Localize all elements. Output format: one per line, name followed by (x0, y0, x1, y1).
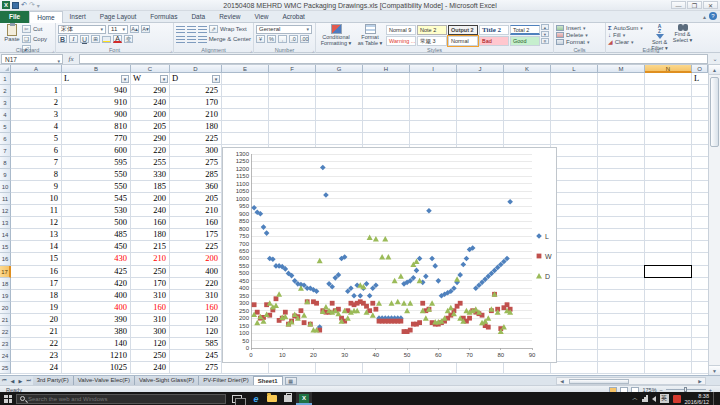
sheet-tab-sheet1[interactable]: Sheet1 (254, 376, 283, 386)
style-gallery-item[interactable]: Warning ... (386, 36, 416, 46)
align-bottom-icon[interactable] (198, 26, 207, 33)
cell-D10[interactable]: 360 (170, 181, 222, 193)
show-desktop-button[interactable] (713, 392, 716, 405)
sheet-tab-valve-valve-elec-f-[interactable]: Valve-Valve Elec(F) (74, 376, 135, 386)
cell-C13[interactable]: 160 (131, 217, 170, 229)
cell-B19[interactable]: 400 (62, 290, 131, 302)
cell-C12[interactable]: 240 (131, 205, 170, 217)
cell-D24[interactable]: 245 (170, 350, 222, 362)
cell-O19[interactable] (692, 290, 708, 302)
cell-D18[interactable]: 220 (170, 278, 222, 290)
task-view-icon[interactable] (232, 395, 242, 403)
accounting-format-icon[interactable]: ¥ (256, 35, 265, 43)
scroll-up-icon[interactable]: ▲ (709, 65, 720, 75)
cell-A10[interactable]: 9 (11, 181, 62, 193)
row-header-12[interactable]: 12 (0, 205, 11, 217)
cell-B23[interactable]: 140 (62, 338, 131, 350)
empty-cells[interactable] (222, 121, 692, 133)
empty-cells[interactable] (222, 133, 692, 145)
cell-B15[interactable]: 450 (62, 241, 131, 253)
cell-B18[interactable]: 420 (62, 278, 131, 290)
cell-B24[interactable]: 1210 (62, 350, 131, 362)
cell-B14[interactable]: 485 (62, 229, 131, 241)
row-header-9[interactable]: 9 (0, 169, 11, 181)
cell-C1[interactable]: W▾ (131, 73, 170, 85)
italic-button[interactable]: I (69, 35, 78, 43)
style-gallery-item[interactable]: 常规 3 (417, 36, 447, 46)
font-size-select[interactable]: 11▾ (108, 25, 128, 34)
ribbon-tab-file[interactable]: File (0, 11, 29, 23)
row-header-22[interactable]: 22 (0, 326, 11, 338)
cell-B16[interactable]: 430 (62, 253, 131, 265)
filter-dropdown-icon[interactable]: ▾ (160, 75, 168, 83)
cell-A12[interactable]: 11 (11, 205, 62, 217)
ribbon-tab-home[interactable]: Home (29, 11, 62, 23)
sheet-tab-valve-sight-glass-p-[interactable]: Valve-Sight Glass(P) (135, 376, 199, 386)
taskbar-search[interactable] (16, 394, 226, 404)
cell-D7[interactable]: 300 (170, 145, 222, 157)
cell-D4[interactable]: 210 (170, 109, 222, 121)
cell-C11[interactable]: 200 (131, 193, 170, 205)
cell-D13[interactable]: 160 (170, 217, 222, 229)
cell-A19[interactable]: 18 (11, 290, 62, 302)
cell-C18[interactable]: 170 (131, 278, 170, 290)
format-as-table-button[interactable]: Formatas Table ▾ (354, 24, 386, 46)
cell-C17[interactable]: 250 (131, 266, 170, 278)
row-header-2[interactable]: 2 (0, 85, 11, 97)
column-header-C[interactable]: C (131, 65, 170, 73)
empty-cells[interactable] (222, 362, 692, 374)
cell-O14[interactable] (692, 229, 708, 241)
horizontal-scrollbar[interactable]: ◀ ▶ (556, 377, 706, 385)
cell-A6[interactable]: 5 (11, 133, 62, 145)
cell-C6[interactable]: 290 (131, 133, 170, 145)
last-sheet-icon[interactable]: ⏭ (24, 377, 33, 384)
cell-A25[interactable]: 24 (11, 362, 62, 374)
next-sheet-icon[interactable]: ▶ (16, 378, 24, 384)
cell-D6[interactable]: 225 (170, 133, 222, 145)
cell-O10[interactable] (692, 181, 708, 193)
cell-A7[interactable]: 6 (11, 145, 62, 157)
fill-color-icon[interactable] (102, 36, 111, 43)
cell-B7[interactable]: 600 (62, 145, 131, 157)
orientation-icon[interactable]: ⇗ (209, 25, 218, 33)
row-header-8[interactable]: 8 (0, 157, 11, 169)
cell-O13[interactable] (692, 217, 708, 229)
cell-A2[interactable]: 1 (11, 85, 62, 97)
column-header-G[interactable]: G (316, 65, 363, 73)
cell-D2[interactable]: 225 (170, 85, 222, 97)
cell-O12[interactable] (692, 205, 708, 217)
row-header-3[interactable]: 3 (0, 97, 11, 109)
cell-O18[interactable] (692, 278, 708, 290)
ribbon-tab-review[interactable]: Review (212, 11, 247, 23)
cell-B1[interactable]: L▾ (62, 73, 131, 85)
legend-item-L[interactable]: L (536, 233, 549, 240)
align-left-icon[interactable] (176, 36, 185, 43)
align-top-icon[interactable] (176, 26, 185, 33)
insert-worksheet-icon[interactable]: ▦ (285, 377, 297, 385)
cell-D22[interactable]: 120 (170, 326, 222, 338)
number-format-select[interactable]: General▾ (256, 25, 312, 34)
cell-O24[interactable] (692, 350, 708, 362)
cell-A24[interactable]: 23 (11, 350, 62, 362)
column-header-H[interactable]: H (363, 65, 410, 73)
ribbon-tab-formulas[interactable]: Formulas (143, 11, 184, 23)
ribbon-tab-page-layout[interactable]: Page Layout (93, 11, 144, 23)
row-header-20[interactable]: 20 (0, 302, 11, 314)
cell-A23[interactable]: 22 (11, 338, 62, 350)
cell-O7[interactable] (692, 145, 708, 157)
cell-A3[interactable]: 2 (11, 97, 62, 109)
cell-A13[interactable]: 12 (11, 217, 62, 229)
legend-item-W[interactable]: W (537, 253, 552, 260)
row-header-6[interactable]: 6 (0, 133, 11, 145)
excel-taskbar-icon[interactable]: X (296, 392, 312, 405)
sheet-tab-3rd-party-f-[interactable]: 3rd Party(F) (33, 376, 74, 386)
underline-button[interactable]: U (80, 35, 89, 43)
borders-icon[interactable]: ⊞ (91, 35, 100, 43)
column-header-J[interactable]: J (457, 65, 504, 73)
cell-A8[interactable]: 7 (11, 157, 62, 169)
cell-B25[interactable]: 1025 (62, 362, 131, 374)
align-center-icon[interactable] (187, 36, 196, 43)
row-header-4[interactable]: 4 (0, 109, 11, 121)
cell-B17[interactable]: 425 (62, 266, 131, 278)
cell-D20[interactable]: 160 (170, 302, 222, 314)
